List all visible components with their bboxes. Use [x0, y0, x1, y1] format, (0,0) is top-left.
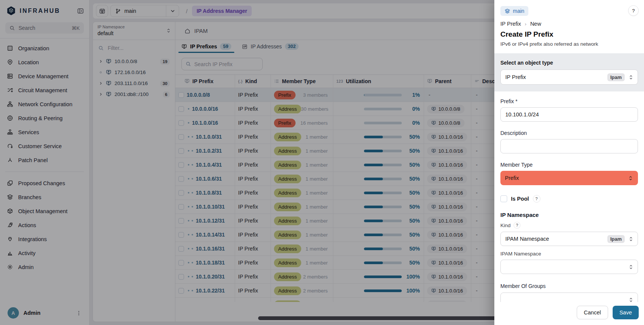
kind-select[interactable]: IPAM Namespace Ipam	[500, 232, 638, 246]
branch-badge-label: main	[513, 8, 524, 14]
select-updown-icon	[628, 175, 633, 181]
layers-icon	[505, 8, 510, 14]
app-window: INFRAHUB Search ⌘K Organization Location…	[0, 0, 644, 325]
drawer-header: main ? IP Prefix › New Create IP Prefix …	[494, 0, 644, 53]
canc el-button[interactable]: Cancel	[577, 306, 608, 319]
kind-label: Kind	[500, 223, 511, 228]
select-updown-icon	[628, 236, 634, 242]
description-field-input[interactable]	[500, 139, 638, 153]
object-type-value: IP Prefix	[505, 74, 526, 80]
ip-namespace-section-heading: IP Namespace	[500, 212, 638, 218]
kind-help-icon[interactable]: ?	[514, 222, 520, 229]
is-pool-checkbox[interactable]	[500, 195, 507, 202]
ipam-namespace-select[interactable]	[500, 260, 638, 274]
select-updown-icon	[628, 297, 634, 302]
help-button[interactable]: ?	[628, 5, 639, 16]
object-type-select[interactable]: IP Prefix Ipam	[500, 70, 638, 85]
prefix-field-input[interactable]	[500, 107, 638, 122]
member-type-value: Prefix	[505, 175, 519, 181]
select-updown-icon	[628, 74, 634, 80]
object-type-section: Select an object type IP Prefix Ipam	[494, 53, 644, 91]
drawer-footer: Cancel Save	[494, 302, 644, 325]
create-ip-prefix-drawer: main ? IP Prefix › New Create IP Prefix …	[494, 0, 644, 325]
description-field-label: Description	[500, 130, 638, 136]
save-button[interactable]: Save	[613, 306, 639, 319]
ipam-badge: Ipam	[607, 73, 625, 81]
drawer-title: Create IP Prefix	[500, 30, 638, 39]
kind-value: IPAM Namespace	[505, 236, 549, 242]
member-of-groups-select[interactable]	[500, 292, 638, 302]
breadcrumb-item: New	[530, 21, 541, 27]
branch-badge: main	[500, 6, 528, 16]
ipam-badge: Ipam	[607, 235, 625, 243]
chevron-separator: ›	[525, 21, 526, 27]
is-pool-help-icon[interactable]: ?	[533, 195, 540, 203]
select-updown-icon	[628, 264, 634, 270]
ipam-namespace-label: IPAM Namespace	[500, 251, 541, 257]
member-of-groups-label: Member Of Groups	[500, 283, 638, 289]
drawer-subtitle: IPv6 or IPv4 prefix also referred as net…	[500, 41, 638, 47]
breadcrumb-item[interactable]: IP Prefix	[500, 21, 521, 27]
drawer-form: Prefix * Description Member Type Prefix …	[494, 91, 644, 302]
member-type-select[interactable]: Prefix	[500, 171, 638, 185]
object-type-label: Select an object type	[500, 60, 638, 66]
prefix-field-label: Prefix *	[500, 98, 638, 104]
member-type-field-label: Member Type	[500, 162, 638, 168]
drawer-breadcrumb: IP Prefix › New	[500, 21, 638, 27]
is-pool-label: Is Pool	[511, 196, 529, 202]
